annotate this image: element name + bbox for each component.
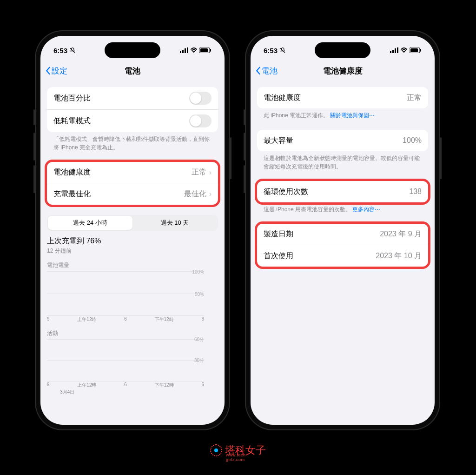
svg-rect-6 bbox=[200, 48, 208, 52]
dynamic-island bbox=[315, 42, 370, 58]
svg-rect-10 bbox=[397, 47, 398, 53]
row-value: 2023 年 9 月 bbox=[380, 229, 422, 239]
row-low-power-mode[interactable]: 低耗電模式 bbox=[47, 110, 218, 132]
row-first-use: 首次使用 2023 年 10 月 bbox=[257, 245, 428, 267]
page-title: 電池 bbox=[40, 66, 225, 76]
chart-label: 活動 bbox=[47, 329, 218, 337]
last-charge-subtitle: 12 分鐘前 bbox=[47, 247, 218, 255]
status-time: 6:53 bbox=[264, 47, 278, 54]
last-charge-block: 上次充電到 76% 12 分鐘前 bbox=[47, 236, 218, 255]
svg-rect-1 bbox=[182, 50, 184, 53]
x-axis: 9 上午12時 6 下午12時 6 bbox=[47, 316, 218, 323]
last-charge-title: 上次充電到 76% bbox=[47, 236, 218, 246]
svg-rect-3 bbox=[187, 47, 188, 53]
row-max-capacity: 最大容量 100% bbox=[257, 130, 428, 151]
nav-bar: 設定 電池 bbox=[40, 61, 225, 80]
watermark-icon bbox=[210, 444, 222, 456]
segment-10d[interactable]: 過去 10 天 bbox=[132, 216, 217, 230]
side-button bbox=[244, 109, 245, 125]
row-label: 電池百分比 bbox=[53, 94, 91, 103]
wifi-icon bbox=[400, 47, 408, 53]
phone-mockup-left: 6:53 設定 電池 電池百分比 bbox=[35, 30, 230, 430]
watermark-url: www.tech-girlz.com bbox=[226, 453, 266, 462]
cellular-icon bbox=[390, 47, 398, 53]
row-battery-health[interactable]: 電池健康度 正常 › bbox=[47, 162, 218, 183]
chevron-right-icon: › bbox=[209, 190, 212, 198]
volume-up-button bbox=[244, 133, 245, 161]
svg-rect-0 bbox=[180, 51, 181, 53]
svg-rect-5 bbox=[210, 49, 211, 52]
row-value: 100% bbox=[403, 136, 422, 145]
row-label: 電池健康度 bbox=[264, 93, 301, 103]
page-title: 電池健康度 bbox=[251, 66, 435, 76]
svg-rect-12 bbox=[420, 49, 421, 52]
wifi-icon bbox=[190, 47, 198, 53]
row-value: 正常 bbox=[192, 167, 206, 177]
volume-down-button bbox=[33, 165, 35, 193]
x-axis-date: 3月4日 bbox=[47, 389, 218, 395]
row-label: 電池健康度 bbox=[53, 167, 91, 177]
row-value: 最佳化 bbox=[184, 189, 206, 199]
row-value: 正常 bbox=[407, 93, 422, 103]
svg-rect-8 bbox=[392, 50, 394, 53]
settings-group-health-status: 電池健康度 正常 bbox=[257, 87, 428, 108]
row-manufacture-date: 製造日期 2023 年 9 月 bbox=[257, 224, 428, 245]
chart-label: 電池電量 bbox=[47, 261, 218, 269]
watermark: 塔科女子 www.tech-girlz.com bbox=[210, 443, 266, 457]
status-time: 6:53 bbox=[53, 47, 67, 54]
chevron-right-icon: › bbox=[209, 168, 212, 177]
svg-rect-7 bbox=[390, 51, 391, 53]
volume-down-button bbox=[244, 165, 245, 193]
toggle-switch[interactable] bbox=[189, 114, 212, 127]
row-cycle-count: 循環使用次數 138 bbox=[257, 181, 428, 202]
row-value: 138 bbox=[409, 187, 422, 196]
footer-text: 這是相較於電池為全新狀態時測量的電池容量。較低的容量可能會縮短每次充電後的使用時… bbox=[257, 151, 428, 171]
battery-icon bbox=[199, 47, 212, 53]
footer-text: 這是 iPhone 用盡電池容量的次數。 更多內容⋯ bbox=[257, 202, 428, 214]
svg-rect-9 bbox=[395, 48, 396, 53]
row-label: 首次使用 bbox=[264, 251, 293, 261]
volume-up-button bbox=[33, 133, 35, 161]
svg-rect-13 bbox=[410, 48, 418, 52]
segmented-control[interactable]: 過去 24 小時 過去 10 天 bbox=[47, 215, 218, 231]
cellular-icon bbox=[180, 47, 188, 53]
battery-icon bbox=[410, 47, 422, 53]
phone-mockup-right: 6:53 電池 電池健康度 電池健康度 正常 bbox=[245, 30, 440, 430]
dynamic-island bbox=[105, 42, 160, 58]
footer-text: 「低耗電模式」會暫時降低下載和郵件擷取等背景活動，直到你將 iPhone 完全充… bbox=[47, 132, 218, 152]
row-value: 2023 年 10 月 bbox=[376, 251, 422, 261]
settings-group-toggles: 電池百分比 低耗電模式 bbox=[47, 87, 218, 132]
settings-group-max-capacity: 最大容量 100% bbox=[257, 130, 428, 151]
svg-rect-2 bbox=[185, 48, 186, 53]
power-button bbox=[440, 137, 442, 179]
row-label: 充電最佳化 bbox=[53, 189, 91, 199]
row-label: 最大容量 bbox=[264, 136, 293, 146]
footer-text: 此 iPhone 電池正常運作。 關於電池與保固⋯ bbox=[257, 108, 428, 120]
side-button bbox=[33, 109, 35, 125]
nav-bar: 電池 電池健康度 bbox=[251, 61, 435, 80]
settings-group-dates: 製造日期 2023 年 9 月 首次使用 2023 年 10 月 bbox=[257, 224, 428, 267]
settings-group-health: 電池健康度 正常 › 充電最佳化 最佳化 › bbox=[47, 162, 218, 205]
power-button bbox=[230, 137, 231, 179]
row-label: 製造日期 bbox=[264, 229, 293, 239]
warranty-link[interactable]: 關於電池與保固⋯ bbox=[330, 112, 375, 119]
row-battery-health: 電池健康度 正常 bbox=[257, 87, 428, 108]
x-axis: 9 上午12時 6 下午12時 6 bbox=[47, 382, 218, 388]
activity-chart: 60分 30分 bbox=[47, 339, 218, 381]
row-label: 低耗電模式 bbox=[53, 116, 91, 126]
settings-group-cycle-count: 循環使用次數 138 bbox=[257, 181, 428, 202]
row-label: 循環使用次數 bbox=[264, 187, 308, 197]
silent-icon bbox=[279, 47, 286, 54]
more-link[interactable]: 更多內容⋯ bbox=[352, 206, 380, 213]
row-battery-percentage[interactable]: 電池百分比 bbox=[47, 87, 218, 110]
segment-24h[interactable]: 過去 24 小時 bbox=[48, 216, 132, 230]
toggle-switch[interactable] bbox=[189, 92, 212, 105]
silent-icon bbox=[69, 47, 76, 54]
battery-level-chart: 100% 50% bbox=[47, 271, 218, 315]
row-charging-optimization[interactable]: 充電最佳化 最佳化 › bbox=[47, 183, 218, 205]
